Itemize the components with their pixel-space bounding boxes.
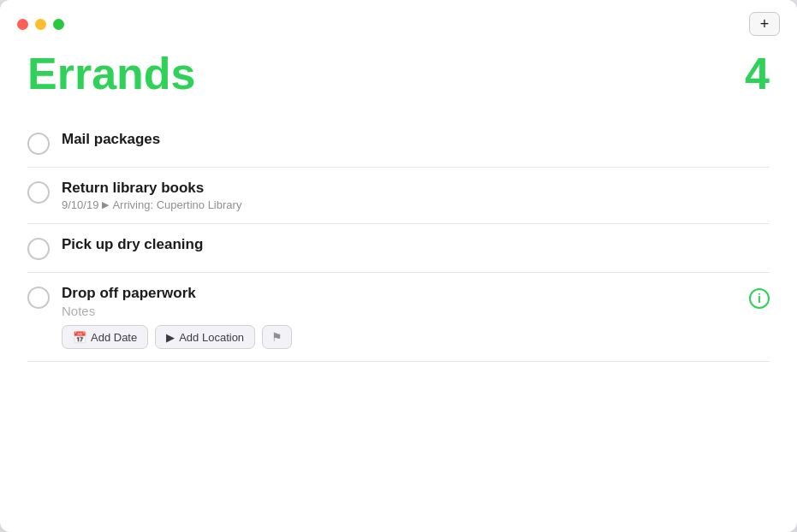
flag-icon: ⚑ (271, 330, 283, 344)
maximize-button[interactable] (53, 19, 64, 30)
list-item: Pick up dry cleaning (27, 224, 770, 273)
task-checkbox[interactable] (27, 238, 50, 260)
task-checkbox[interactable] (27, 181, 50, 204)
list-header: Errands 4 (27, 43, 770, 98)
info-button[interactable]: i (749, 288, 770, 309)
task-body: Drop off paperwork Notes 📅 Add Date ▶ Ad… (62, 285, 737, 349)
add-location-label: Add Location (179, 331, 244, 344)
app-window: + Errands 4 Mail packages Return library… (0, 0, 797, 532)
task-right: i (749, 287, 770, 309)
task-meta: 9/10/19 ▶ Arriving: Cupertino Library (62, 198, 770, 211)
traffic-lights (17, 19, 64, 30)
task-title: Pick up dry cleaning (62, 236, 770, 253)
task-date: 9/10/19 (62, 198, 98, 211)
calendar-icon: 📅 (73, 331, 86, 344)
list-item: Return library books 9/10/19 ▶ Arriving:… (27, 168, 770, 224)
titlebar: + (0, 0, 797, 43)
task-body: Mail packages (62, 131, 770, 150)
task-title: Return library books (62, 180, 770, 197)
task-checkbox[interactable] (27, 133, 50, 155)
list-item: Drop off paperwork Notes 📅 Add Date ▶ Ad… (27, 273, 770, 362)
add-task-button[interactable]: + (749, 12, 780, 36)
add-date-label: Add Date (91, 331, 137, 344)
list-item: Mail packages (27, 119, 770, 168)
task-notes: Notes (62, 304, 737, 318)
location-icon: ▶ (166, 331, 175, 344)
task-checkbox[interactable] (27, 287, 50, 309)
info-icon: i (758, 292, 761, 305)
list-title: Errands (27, 50, 196, 98)
list-count: 4 (745, 50, 770, 98)
minimize-button[interactable] (35, 19, 46, 30)
task-title: Mail packages (62, 131, 770, 148)
task-location: Arriving: Cupertino Library (112, 198, 241, 211)
navigation-icon: ▶ (102, 199, 109, 210)
close-button[interactable] (17, 19, 28, 30)
add-location-button[interactable]: ▶ Add Location (155, 325, 255, 349)
flag-button[interactable]: ⚑ (262, 325, 292, 349)
task-body: Return library books 9/10/19 ▶ Arriving:… (62, 180, 770, 211)
content-area: Errands 4 Mail packages Return library b… (0, 43, 797, 532)
task-actions: 📅 Add Date ▶ Add Location ⚑ (62, 325, 737, 349)
add-date-button[interactable]: 📅 Add Date (62, 325, 148, 349)
task-list: Mail packages Return library books 9/10/… (27, 119, 770, 362)
task-body: Pick up dry cleaning (62, 236, 770, 255)
task-title: Drop off paperwork (62, 285, 737, 302)
